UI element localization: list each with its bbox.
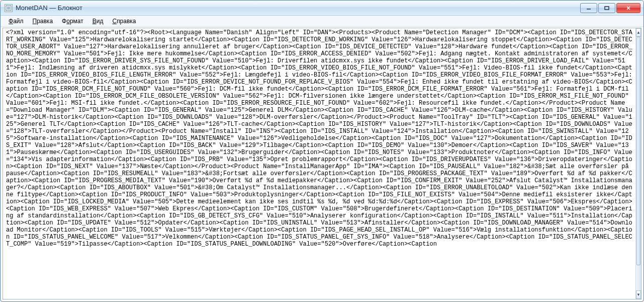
menubar: Файл Правка Формат Вид Справка — [1, 16, 643, 27]
titlebar[interactable]: MonetDAN — Блокнот — [1, 1, 643, 16]
close-button[interactable] — [616, 3, 640, 13]
vertical-scrollbar[interactable]: ▲ ▼ — [635, 28, 641, 299]
menu-format[interactable]: Формат — [58, 17, 87, 26]
window-buttons — [580, 3, 640, 13]
app-window: MonetDAN — Блокнот Файл Правка Формат Ви… — [0, 0, 644, 302]
menu-file[interactable]: Файл — [5, 17, 28, 26]
menu-edit[interactable]: Правка — [29, 17, 57, 26]
notepad-icon — [5, 4, 13, 12]
scroll-up-button[interactable]: ▲ — [636, 28, 641, 37]
scroll-track[interactable] — [636, 37, 641, 290]
scroll-down-button[interactable]: ▼ — [636, 290, 641, 299]
client-area: <?xml version="1.0" encoding="utf-16"?><… — [3, 28, 641, 299]
window-title: MonetDAN — Блокнот — [16, 4, 82, 12]
maximize-button[interactable] — [598, 3, 615, 13]
scroll-thumb[interactable] — [636, 37, 640, 265]
menu-view[interactable]: Вид — [88, 17, 108, 26]
menu-help[interactable]: Справка — [108, 17, 140, 26]
text-area[interactable]: <?xml version="1.0" encoding="utf-16"?><… — [3, 28, 635, 299]
minimize-button[interactable] — [580, 3, 597, 13]
svg-rect-5 — [605, 7, 609, 10]
